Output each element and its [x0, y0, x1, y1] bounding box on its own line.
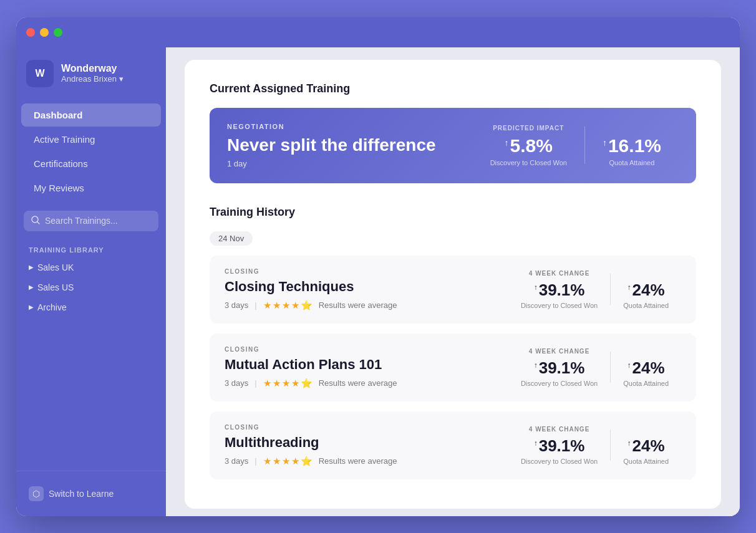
metric1-arrow: ↑ — [505, 138, 509, 148]
history-left-2: CLOSING Multithreading 3 days | ★ ★ ★ ★ … — [225, 424, 508, 467]
sidebar: W Wonderway Andreas Brixen ▾ Dashboard A… — [16, 47, 166, 516]
banner-duration: 1 day — [227, 159, 473, 168]
history-title-0: Closing Techniques — [225, 279, 508, 295]
banner-right: PREDICTED IMPACT ↑ 5.8% Discovery to Clo… — [473, 125, 679, 166]
hist-metric1-value-2: ↑ 39.1% — [521, 436, 598, 456]
star-3: ★ — [282, 378, 290, 389]
brand-initials: W — [35, 68, 44, 79]
history-right-2: 4 WEEK CHANGE ↑ 39.1% Discovery to Close… — [508, 426, 681, 465]
svg-line-1 — [37, 222, 39, 224]
history-right-1: 4 WEEK CHANGE ↑ 39.1% Discovery to Close… — [508, 348, 681, 387]
history-meta-0: 3 days | ★ ★ ★ ★ ⭐ Results were average — [225, 300, 508, 311]
hist-metric2-value-1: ↑ 24% — [623, 358, 669, 378]
stars-1: ★ ★ ★ ★ ⭐ — [263, 378, 313, 389]
history-tag-2: CLOSING — [225, 424, 508, 431]
switch-learner-button[interactable]: ⬡ Switch to Learne — [24, 481, 158, 506]
hist-metric1-2: 4 WEEK CHANGE ↑ 39.1% Discovery to Close… — [508, 426, 610, 465]
library-item-sales-uk[interactable]: ▶ Sales UK — [16, 257, 166, 277]
history-left-1: CLOSING Mutual Action Plans 101 3 days |… — [225, 346, 508, 389]
maximize-button[interactable] — [54, 28, 62, 37]
hist-metric2-label-1: Quota Attained — [623, 380, 669, 387]
rating-label-2: Results were average — [319, 456, 397, 466]
search-box[interactable]: Search Trainings... — [24, 211, 158, 231]
hist-metric1-1: 4 WEEK CHANGE ↑ 39.1% Discovery to Close… — [508, 348, 610, 387]
hist-arrow1-2: ↑ — [534, 439, 538, 448]
star-half: ⭐ — [301, 378, 313, 389]
history-title-1: Mutual Action Plans 101 — [225, 357, 508, 373]
week-change-label-0: 4 WEEK CHANGE — [521, 270, 598, 277]
week-change-label2-2 — [623, 426, 669, 433]
sidebar-bottom: ⬡ Switch to Learne — [16, 471, 166, 516]
banner-metric1: PREDICTED IMPACT ↑ 5.8% Discovery to Clo… — [473, 125, 584, 166]
brand-name: Wonderway — [61, 63, 124, 74]
history-item-1[interactable]: CLOSING Mutual Action Plans 101 3 days |… — [210, 334, 696, 401]
hist-metric1-label-0: Discovery to Closed Won — [521, 302, 598, 309]
hist-arrow2-0: ↑ — [628, 283, 631, 292]
nav-section: Dashboard Active Training Certifications… — [16, 100, 166, 203]
star-1: ★ — [263, 378, 271, 389]
switch-icon: ⬡ — [29, 486, 44, 501]
library-item-archive[interactable]: ▶ Archive — [16, 297, 166, 317]
rating-label-0: Results were average — [319, 300, 397, 310]
brand-user: Andreas Brixen ▾ — [61, 74, 124, 84]
library-item-sales-us[interactable]: ▶ Sales US — [16, 277, 166, 297]
star-3: ★ — [282, 300, 290, 311]
star-3: ★ — [282, 456, 290, 467]
history-title-2: Multithreading — [225, 435, 508, 451]
meta-divider-2: | — [254, 456, 256, 466]
content-card: Current Assigned Training NEGOTIATION Ne… — [185, 60, 721, 509]
duration-0: 3 days — [225, 300, 248, 310]
search-placeholder: Search Trainings... — [45, 216, 118, 226]
predicted-label2 — [603, 125, 661, 132]
close-button[interactable] — [26, 28, 35, 37]
hist-metric1-value-1: ↑ 39.1% — [521, 358, 598, 378]
hist-metric1-label-1: Discovery to Closed Won — [521, 380, 598, 387]
hist-metric2-0: ↑ 24% Quota Attained — [611, 270, 681, 309]
brand-text: Wonderway Andreas Brixen ▾ — [61, 63, 124, 84]
metric2-label: Quota Attained — [603, 159, 661, 166]
week-change-label2-1 — [623, 348, 669, 355]
arrow-icon: ▶ — [29, 264, 34, 271]
hist-metric1-0: 4 WEEK CHANGE ↑ 39.1% Discovery to Close… — [508, 270, 610, 309]
active-training-banner[interactable]: NEGOTIATION Never split the difference 1… — [210, 108, 696, 183]
history-left-0: CLOSING Closing Techniques 3 days | ★ ★ … — [225, 268, 508, 311]
metric1-value: ↑ 5.8% — [490, 135, 567, 156]
metric2-arrow: ↑ — [603, 138, 607, 148]
history-meta-2: 3 days | ★ ★ ★ ★ ⭐ Results were average — [225, 456, 508, 467]
week-change-label-1: 4 WEEK CHANGE — [521, 348, 598, 355]
hist-metric1-value-0: ↑ 39.1% — [521, 281, 598, 300]
nav-certifications[interactable]: Certifications — [21, 152, 161, 175]
titlebar — [16, 17, 740, 47]
star-4: ★ — [291, 456, 299, 467]
duration-1: 3 days — [225, 378, 248, 388]
history-tag-0: CLOSING — [225, 268, 508, 275]
history-date-badge: 24 Nov — [210, 231, 253, 246]
hist-arrow2-2: ↑ — [628, 439, 631, 448]
banner-title: Never split the difference — [227, 135, 473, 155]
hist-arrow1-0: ↑ — [534, 283, 538, 292]
nav-my-reviews[interactable]: My Reviews — [21, 176, 161, 199]
hist-metric2-value-2: ↑ 24% — [623, 436, 669, 456]
window-controls — [26, 28, 62, 37]
nav-active-training[interactable]: Active Training — [21, 128, 161, 151]
history-item-2[interactable]: CLOSING Multithreading 3 days | ★ ★ ★ ★ … — [210, 411, 696, 479]
banner-metric2: ↑ 16.1% Quota Attained — [585, 125, 679, 166]
hist-arrow1-1: ↑ — [534, 361, 538, 370]
duration-2: 3 days — [225, 456, 248, 466]
brand-logo: W — [26, 60, 54, 87]
star-1: ★ — [263, 456, 271, 467]
section-title: Current Assigned Training — [210, 82, 696, 95]
arrow-icon: ▶ — [29, 284, 34, 291]
hist-metric2-label-0: Quota Attained — [623, 302, 669, 309]
stars-2: ★ ★ ★ ★ ⭐ — [263, 456, 313, 467]
star-4: ★ — [291, 300, 299, 311]
nav-dashboard[interactable]: Dashboard — [21, 103, 161, 127]
history-item-0[interactable]: CLOSING Closing Techniques 3 days | ★ ★ … — [210, 256, 696, 324]
history-section-title: Training History — [210, 206, 696, 219]
metric1-label: Discovery to Closed Won — [490, 159, 567, 166]
minimize-button[interactable] — [40, 28, 49, 37]
predicted-label: PREDICTED IMPACT — [490, 125, 567, 132]
stars-0: ★ ★ ★ ★ ⭐ — [263, 300, 313, 311]
star-1: ★ — [263, 300, 271, 311]
brand: W Wonderway Andreas Brixen ▾ — [16, 47, 166, 100]
